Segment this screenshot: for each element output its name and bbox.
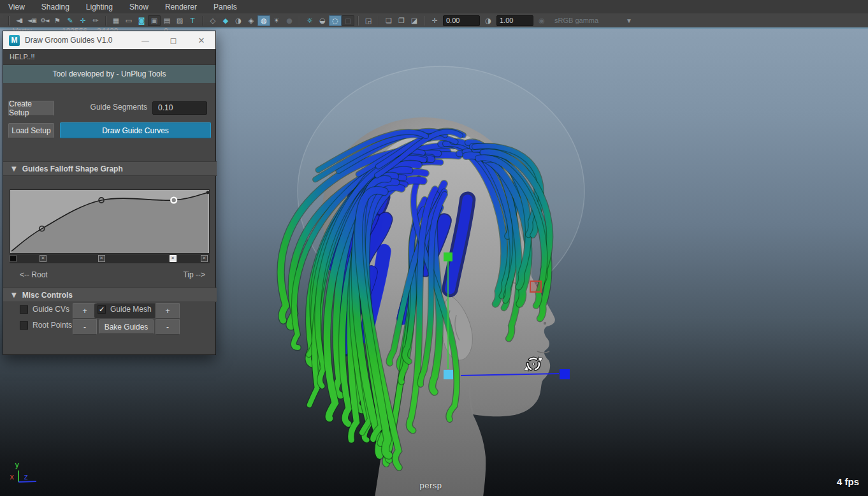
gamma-field[interactable]: 1.00 — [496, 15, 533, 26]
wireframe-cube-icon[interactable]: ◇ — [206, 15, 219, 26]
root-label: <-- Root — [20, 270, 48, 279]
ramp-index-handle[interactable]: ✕ — [201, 255, 208, 262]
pane-layout-1-icon[interactable]: ❏ — [382, 15, 395, 26]
xray-sphere-icon[interactable]: ◍ — [257, 15, 270, 26]
help-menu[interactable]: HELP..!! — [3, 53, 35, 61]
use-all-lights-icon[interactable]: ☼ — [303, 15, 316, 26]
hud-text-icon[interactable]: T — [186, 15, 199, 26]
manipulator-x-highlight-box[interactable] — [530, 281, 541, 292]
guide-cvs-increase-button[interactable]: + — [73, 303, 97, 319]
field-chart-icon[interactable]: ▤ — [161, 15, 173, 26]
draw-guide-curves-button[interactable]: Draw Guide Curves — [60, 122, 211, 138]
create-setup-button[interactable]: Create Setup — [8, 101, 54, 116]
guide-mesh-decrease-button[interactable]: - — [156, 319, 180, 335]
toolbar-separator — [8, 16, 10, 26]
guide-cvs-label: Guide CVs — [33, 305, 69, 314]
collapse-triangle-icon[interactable]: ▼ — [11, 291, 17, 298]
falloff-section-header[interactable]: ▼ Guides Falloff Shape Graph — [3, 161, 217, 176]
falloff-section-title: Guides Falloff Shape Graph — [22, 164, 123, 173]
toolbar-separator — [202, 16, 203, 26]
toolbar-separator — [299, 16, 300, 26]
minimize-button[interactable]: — — [131, 31, 159, 49]
guide-segments-label: Guide Segments — [77, 103, 147, 112]
menu-show[interactable]: Show — [121, 3, 157, 11]
colorspace-select[interactable]: sRGB gamma — [554, 17, 626, 24]
gate-mask-icon[interactable]: ▣ — [148, 15, 161, 26]
guide-cvs-checkbox[interactable] — [20, 305, 28, 314]
ramp-index-handle[interactable] — [10, 255, 17, 262]
motion-blur-icon[interactable]: ◌ — [329, 15, 342, 26]
depth-of-field-icon[interactable]: ▢ — [342, 15, 354, 26]
exposure-icon[interactable]: ✛ — [428, 15, 441, 26]
pencil-icon[interactable]: ✏ — [89, 15, 102, 26]
maximize-button[interactable]: ◻ — [159, 31, 187, 49]
menu-view[interactable]: View — [0, 3, 33, 11]
smooth-shade-icon[interactable]: ◆ — [219, 15, 232, 26]
ramp-index-handle[interactable]: ✕ — [98, 255, 105, 262]
pane-layout-2-icon[interactable]: ❐ — [395, 15, 408, 26]
film-gate-icon[interactable]: ▭ — [122, 15, 135, 26]
grid-icon[interactable]: ▦ — [110, 15, 122, 26]
wireframe-on-shaded-icon[interactable]: ◈ — [245, 15, 257, 26]
toolbar-separator — [105, 16, 106, 26]
ramp-index-handle[interactable]: ✕ — [170, 255, 177, 262]
axis-y-label: y — [15, 460, 19, 469]
camera-settings-icon[interactable]: ⚙◄ — [38, 15, 51, 26]
collapse-triangle-icon[interactable]: ▼ — [11, 165, 17, 172]
ramp-index-handle[interactable]: ✕ — [40, 255, 47, 262]
ramp-handle-strip[interactable]: ✕✕✕✕ — [10, 254, 210, 263]
camera-icon[interactable]: ◄▮ — [13, 15, 25, 26]
image-plane-icon[interactable]: ▨ — [173, 15, 186, 26]
pane-layout-3-icon[interactable]: ◪ — [408, 15, 421, 26]
manipulator-z-handle[interactable] — [560, 369, 570, 379]
curve-point-selected[interactable] — [171, 198, 177, 203]
ambient-occlusion-icon[interactable]: ◒ — [316, 15, 329, 26]
tip-label: Tip --> — [183, 270, 205, 279]
shadows-icon[interactable]: ● — [283, 15, 296, 26]
manipulator-y-handle[interactable] — [444, 252, 452, 261]
root-points-checkbox[interactable] — [20, 321, 28, 330]
axis-z-label: z — [24, 472, 28, 481]
misc-section-header[interactable]: ▼ Misc Controls — [3, 288, 217, 302]
load-setup-button[interactable]: Load Setup — [8, 123, 54, 138]
credit-banner: Tool developed by - UnPlug Tools — [3, 65, 215, 83]
exposure-field[interactable]: 0.00 — [443, 15, 480, 26]
toolbar-separator — [424, 16, 425, 26]
bookmark-icon[interactable]: ⚑ — [51, 15, 64, 26]
textured-sphere-icon[interactable]: ◑ — [232, 15, 245, 26]
camera-lock-icon[interactable]: ◄▣ — [25, 15, 38, 26]
view-axis-gizmo: y x z — [4, 458, 48, 496]
resolution-gate-icon[interactable]: ◙ — [135, 15, 148, 26]
misc-section-title: Misc Controls — [22, 291, 73, 300]
panel-menu-bar: View Shading Lighting Show Renderer Pane… — [0, 0, 868, 14]
menu-shading[interactable]: Shading — [33, 3, 78, 11]
contrast-icon[interactable]: ◑ — [482, 15, 495, 26]
guide-mesh-checkbox[interactable] — [98, 305, 106, 314]
hud-camera-name: persp — [399, 481, 463, 490]
menu-panels[interactable]: Panels — [205, 3, 245, 11]
menu-lighting[interactable]: Lighting — [78, 3, 121, 11]
falloff-graph[interactable] — [10, 189, 210, 254]
manipulator-center-handle[interactable] — [444, 370, 453, 379]
maya-application: View Shading Lighting Show Renderer Pane… — [0, 0, 868, 496]
isolate-select-icon[interactable]: ◲ — [362, 15, 375, 26]
paint-effects-icon[interactable]: ✎ — [64, 15, 76, 26]
guide-cvs-decrease-button[interactable]: - — [73, 319, 97, 335]
toolbar-separator — [358, 16, 359, 26]
guide-mesh-increase-button[interactable]: + — [156, 303, 180, 319]
axis-x-label: x — [10, 472, 14, 481]
move-tool-icon[interactable]: ✛ — [76, 15, 89, 26]
bake-guides-button[interactable]: Bake Guides — [99, 319, 154, 334]
guide-mesh-label: Guide Mesh — [110, 305, 152, 314]
chevron-down-icon[interactable]: ▼ — [626, 17, 632, 24]
window-title: Draw Groom Guides V1.0 — [25, 36, 131, 45]
default-lighting-icon[interactable]: ☀ — [270, 15, 283, 26]
close-button[interactable]: ✕ — [187, 31, 215, 49]
gamma-badge-icon: ◉ — [535, 15, 548, 26]
guide-segments-field[interactable]: 0.10 — [152, 101, 207, 115]
root-points-label: Root Points — [33, 321, 72, 330]
window-titlebar[interactable]: M Draw Groom Guides V1.0 — ◻ ✕ — [3, 31, 215, 49]
menu-renderer[interactable]: Renderer — [157, 3, 205, 11]
hud-fps: 4 fps — [837, 476, 859, 487]
maya-app-icon: M — [9, 35, 20, 46]
